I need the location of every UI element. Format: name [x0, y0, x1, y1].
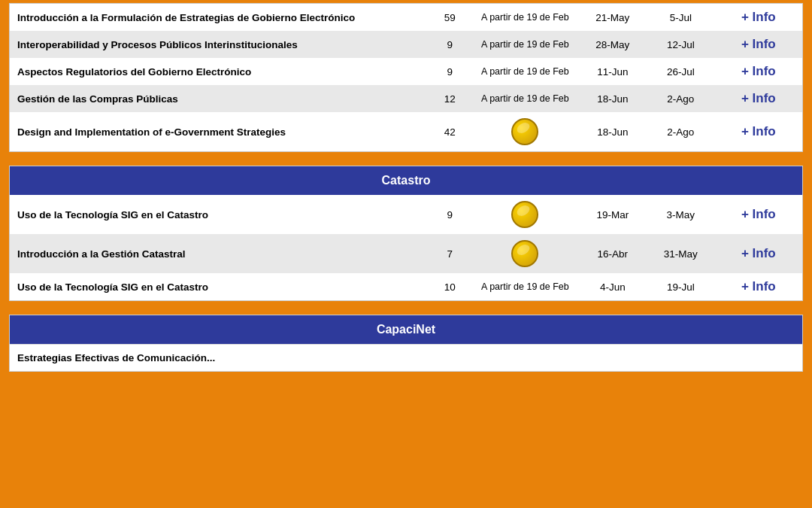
- table-row: Uso de la Tecnología SIG en el Catastro1…: [10, 273, 802, 300]
- gobierno-electronico-section: Introducción a la Formulación de Estrate…: [9, 3, 803, 152]
- info-link[interactable]: + Info: [741, 246, 776, 260]
- course-title: Gestión de las Compras Públicas: [10, 85, 428, 112]
- start-date: 11-Jun: [579, 58, 647, 85]
- info-link[interactable]: + Info: [741, 279, 776, 294]
- end-date: 31-May: [647, 234, 715, 273]
- end-date: 12-Jul: [647, 31, 715, 58]
- availability-text: A partir de 19 de Feb: [479, 281, 571, 293]
- table-row: Introducción a la Gestión Catastral716-A…: [10, 234, 802, 273]
- capacinet-partial-row: Estrategias Efectivas de Comunicación...: [10, 345, 802, 372]
- table-row: Estrategias Efectivas de Comunicación...: [10, 345, 802, 372]
- course-count: 9: [428, 195, 471, 234]
- catastro-section: Catastro Uso de la Tecnología SIG en el …: [9, 166, 803, 301]
- course-title: Introducción a la Gestión Catastral: [10, 234, 428, 273]
- course-title: Uso de la Tecnología SIG en el Catastro: [10, 273, 428, 300]
- info-link[interactable]: + Info: [741, 124, 776, 138]
- start-date: 19-Mar: [579, 195, 647, 234]
- capacinet-header: CapaciNet: [10, 315, 802, 344]
- catastro-header: Catastro: [10, 166, 802, 195]
- end-date: 3-May: [647, 195, 715, 234]
- start-date: 18-Jun: [579, 85, 647, 112]
- course-title: Introducción a la Formulación de Estrate…: [10, 4, 428, 31]
- course-title: Interoperabilidad y Procesos Públicos In…: [10, 31, 428, 58]
- start-date: 4-Jun: [579, 273, 647, 300]
- table-row: Gestión de las Compras Públicas12A parti…: [10, 85, 802, 112]
- course-title: Uso de la Tecnología SIG en el Catastro: [10, 195, 428, 234]
- end-date: 5-Jul: [647, 4, 715, 31]
- coin-icon: [511, 201, 538, 228]
- coin-icon: [511, 118, 538, 145]
- capacinet-table: Estrategias Efectivas de Comunicación...: [10, 344, 802, 371]
- table-row: Introducción a la Formulación de Estrate…: [10, 4, 802, 31]
- course-count: 12: [428, 85, 471, 112]
- info-link[interactable]: + Info: [741, 91, 776, 105]
- course-title: Aspectos Regulatorios del Gobierno Elect…: [10, 58, 428, 85]
- availability-text: A partir de 19 de Feb: [479, 93, 571, 105]
- gobierno-electronico-table: Introducción a la Formulación de Estrate…: [10, 4, 802, 151]
- coin-icon: [511, 240, 538, 267]
- page-wrapper: Introducción a la Formulación de Estrate…: [0, 0, 812, 391]
- catastro-table: Uso de la Tecnología SIG en el Catastro9…: [10, 195, 802, 300]
- start-date: 28-May: [579, 31, 647, 58]
- info-link[interactable]: + Info: [741, 64, 776, 78]
- capacinet-section: CapaciNet Estrategias Efectivas de Comun…: [9, 315, 803, 372]
- start-date: 21-May: [579, 4, 647, 31]
- info-link[interactable]: + Info: [741, 207, 776, 221]
- course-count: 7: [428, 234, 471, 273]
- start-date: 18-Jun: [579, 112, 647, 151]
- end-date: 19-Jul: [647, 273, 715, 300]
- course-count: 59: [428, 4, 471, 31]
- table-row: Uso de la Tecnología SIG en el Catastro9…: [10, 195, 802, 234]
- availability-text: A partir de 19 de Feb: [479, 38, 571, 50]
- table-row: Interoperabilidad y Procesos Públicos In…: [10, 31, 802, 58]
- info-link[interactable]: + Info: [741, 37, 776, 51]
- end-date: 2-Ago: [647, 85, 715, 112]
- main-content: Introducción a la Formulación de Estrate…: [0, 0, 812, 391]
- course-count: 42: [428, 112, 471, 151]
- end-date: 2-Ago: [647, 112, 715, 151]
- course-title: Design and Implementation of e-Governmen…: [10, 112, 428, 151]
- info-link[interactable]: + Info: [741, 10, 776, 24]
- course-count: 10: [428, 273, 471, 300]
- end-date: 26-Jul: [647, 58, 715, 85]
- table-row: Design and Implementation of e-Governmen…: [10, 112, 802, 151]
- course-count: 9: [428, 31, 471, 58]
- availability-text: A partir de 19 de Feb: [479, 65, 571, 78]
- start-date: 16-Abr: [579, 234, 647, 273]
- availability-text: A partir de 19 de Feb: [479, 11, 571, 23]
- course-count: 9: [428, 58, 471, 85]
- table-row: Aspectos Regulatorios del Gobierno Elect…: [10, 58, 802, 85]
